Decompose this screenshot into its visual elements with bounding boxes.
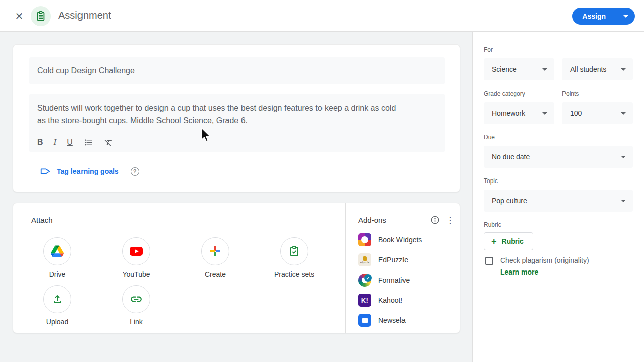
- tag-icon: [40, 166, 51, 177]
- instructions-line: Students will work together to design a …: [37, 102, 437, 114]
- settings-sidebar: For Science All students Grade category …: [472, 32, 644, 362]
- addon-label: Newsela: [378, 316, 406, 324]
- newsela-icon: [358, 314, 371, 327]
- attach-youtube-button[interactable]: YouTube: [110, 237, 163, 278]
- plagiarism-checkbox[interactable]: [485, 257, 493, 265]
- addon-newsela[interactable]: Newsela: [358, 310, 454, 330]
- assignment-details-card: Cold cup Design Challenge Students will …: [13, 44, 460, 192]
- assign-button[interactable]: Assign: [572, 8, 616, 25]
- learn-more-link[interactable]: Learn more: [500, 268, 538, 276]
- plagiarism-checkbox-label: Check plagarism (originality): [500, 256, 589, 264]
- attach-section: Attach Drive: [13, 203, 346, 333]
- link-icon: [122, 285, 150, 313]
- chevron-down-icon: [542, 68, 547, 71]
- tag-learning-goals-label: Tag learning goals: [57, 167, 119, 175]
- chevron-down-icon: [621, 112, 626, 115]
- instructions-line: as the store-bought cups. Middle School …: [37, 114, 437, 127]
- assignment-icon: [31, 6, 51, 26]
- addons-title: Add-ons: [358, 216, 430, 224]
- title-input[interactable]: Cold cup Design Challenge: [29, 57, 445, 84]
- create-plus-icon: [201, 237, 229, 265]
- topic-label: Topic: [484, 177, 498, 185]
- addon-label: Formative: [378, 276, 410, 284]
- google-drive-icon: [43, 237, 71, 265]
- addon-edpuzzle[interactable]: edpuzzle EdPuzzle: [358, 250, 454, 270]
- attach-option-label: Drive: [49, 270, 66, 278]
- assign-split-button: Assign: [572, 8, 635, 25]
- addon-formative[interactable]: ✓ Formative: [358, 270, 454, 290]
- more-options-icon[interactable]: ⋮: [446, 216, 454, 225]
- underline-button[interactable]: U: [67, 137, 73, 148]
- plus-icon: +: [491, 237, 497, 246]
- chevron-down-icon: [542, 112, 547, 115]
- due-date-select[interactable]: No due date: [484, 146, 633, 168]
- attach-practice-sets-button[interactable]: Practice sets: [268, 237, 320, 278]
- addon-kahoot[interactable]: K! Kahoot!: [358, 290, 454, 310]
- topic-select[interactable]: Pop culture: [484, 190, 633, 212]
- attach-addons-card: Attach Drive: [13, 203, 460, 333]
- rubric-label: Rubric: [484, 221, 501, 228]
- assign-dropdown-button[interactable]: [616, 8, 635, 25]
- youtube-icon: [122, 237, 150, 265]
- grade-category-select[interactable]: Homework: [484, 102, 554, 124]
- chevron-down-icon: [623, 15, 628, 18]
- attach-drive-button[interactable]: Drive: [31, 237, 84, 278]
- chevron-down-icon: [621, 200, 626, 202]
- attach-create-button[interactable]: Create: [189, 237, 242, 278]
- upload-icon: [43, 285, 71, 313]
- attach-option-label: YouTube: [122, 270, 150, 278]
- attach-options: Drive YouTube: [31, 237, 345, 326]
- attach-link-button[interactable]: Link: [110, 285, 163, 326]
- close-icon[interactable]: ✕: [13, 10, 25, 22]
- addons-section: Add-ons ⋮ Book Widgets edpuzzle: [346, 203, 460, 333]
- attach-title: Attach: [31, 216, 345, 224]
- addon-book-widgets[interactable]: Book Widgets: [358, 230, 454, 250]
- bulleted-list-icon[interactable]: [84, 137, 93, 148]
- info-icon[interactable]: [430, 215, 440, 225]
- chevron-down-icon: [621, 156, 626, 158]
- instructions-input[interactable]: Students will work together to design a …: [29, 94, 445, 152]
- tag-learning-goals[interactable]: Tag learning goals ?: [40, 165, 139, 177]
- main-content: Cold cup Design Challenge Students will …: [0, 32, 644, 362]
- attach-option-label: Upload: [46, 318, 68, 326]
- italic-button[interactable]: I: [54, 137, 57, 148]
- chevron-down-icon: [621, 68, 626, 71]
- add-rubric-button[interactable]: + Rubric: [484, 232, 533, 250]
- formative-icon: ✓: [358, 274, 371, 287]
- addon-label: EdPuzzle: [378, 256, 408, 264]
- book-widgets-icon: [358, 233, 371, 246]
- top-bar: ✕ Assignment Assign: [0, 0, 644, 32]
- class-select[interactable]: Science: [484, 58, 554, 80]
- practice-sets-icon: [280, 237, 308, 265]
- addon-label: Book Widgets: [378, 236, 422, 244]
- attach-option-label: Create: [205, 270, 226, 278]
- addons-list: Book Widgets edpuzzle EdPuzzle ✓ Formati…: [358, 230, 454, 330]
- bold-button[interactable]: B: [37, 137, 43, 148]
- addon-label: Kahoot!: [378, 296, 403, 304]
- page-title: Assignment: [58, 10, 111, 21]
- due-label: Due: [484, 134, 495, 141]
- edpuzzle-icon: edpuzzle: [358, 253, 371, 266]
- attach-option-label: Link: [130, 318, 143, 326]
- for-label: For: [484, 46, 493, 53]
- help-icon[interactable]: ?: [131, 167, 139, 176]
- students-select[interactable]: All students: [562, 58, 633, 80]
- points-select[interactable]: 100: [562, 102, 633, 124]
- grade-category-label: Grade category: [484, 90, 525, 97]
- kahoot-icon: K!: [358, 294, 371, 307]
- attach-option-label: Practice sets: [274, 270, 314, 278]
- points-label: Points: [562, 90, 579, 97]
- formatting-toolbar: B I U: [37, 137, 113, 148]
- clear-formatting-icon[interactable]: [104, 137, 113, 148]
- attach-upload-button[interactable]: Upload: [31, 285, 84, 326]
